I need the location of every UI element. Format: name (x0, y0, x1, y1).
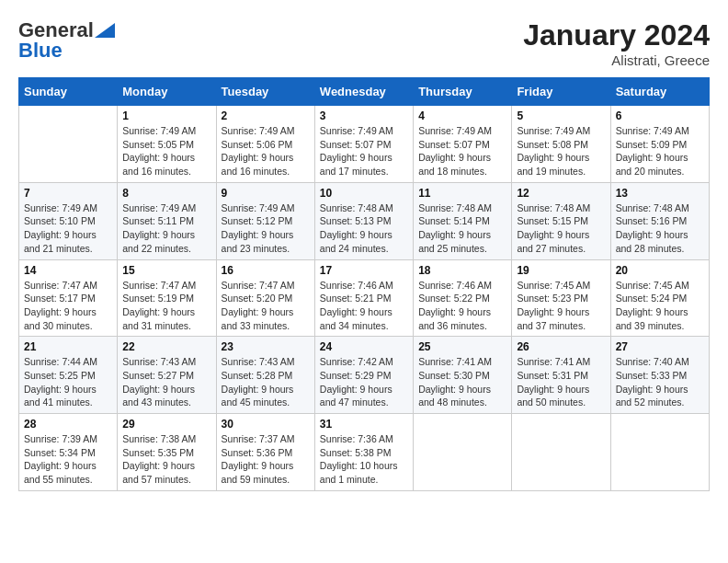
daylight-text: Daylight: 9 hours and 30 minutes. (24, 305, 112, 332)
page-header: General Blue January 2024 Alistrati, Gre… (18, 18, 710, 68)
daylight-text: Daylight: 9 hours and 24 minutes. (320, 228, 408, 255)
day-number: 30 (222, 418, 310, 431)
calendar-cell: 20Sunrise: 7:45 AMSunset: 5:24 PMDayligh… (610, 259, 709, 337)
day-info: Sunrise: 7:48 AMSunset: 5:14 PMDaylight:… (418, 201, 506, 256)
month-title: January 2024 (523, 18, 710, 52)
day-info: Sunrise: 7:42 AMSunset: 5:29 PMDaylight:… (320, 355, 408, 409)
daylight-text: Daylight: 9 hours and 48 minutes. (418, 383, 506, 409)
calendar-cell (414, 414, 512, 491)
daylight-text: Daylight: 9 hours and 21 minutes. (24, 228, 112, 255)
calendar-cell: 4Sunrise: 7:49 AMSunset: 5:07 PMDaylight… (414, 106, 512, 183)
sunset-text: Sunset: 5:25 PM (24, 369, 112, 383)
calendar-cell: 18Sunrise: 7:46 AMSunset: 5:22 PMDayligh… (414, 259, 512, 337)
day-info: Sunrise: 7:43 AMSunset: 5:27 PMDaylight:… (122, 355, 210, 409)
day-info: Sunrise: 7:47 AMSunset: 5:19 PMDaylight:… (122, 279, 210, 333)
day-info: Sunrise: 7:36 AMSunset: 5:38 PMDaylight:… (320, 432, 408, 487)
sunset-text: Sunset: 5:24 PM (616, 292, 704, 305)
day-number: 27 (616, 340, 704, 353)
sunset-text: Sunset: 5:10 PM (24, 214, 112, 228)
day-number: 21 (24, 340, 112, 353)
sunrise-text: Sunrise: 7:47 AM (222, 279, 310, 293)
day-number: 24 (320, 340, 408, 353)
daylight-text: Daylight: 9 hours and 47 minutes. (320, 383, 408, 409)
sunset-text: Sunset: 5:08 PM (517, 138, 605, 152)
daylight-text: Daylight: 9 hours and 37 minutes. (517, 305, 605, 332)
calendar-body: 1Sunrise: 7:49 AMSunset: 5:05 PMDaylight… (19, 106, 710, 491)
sunset-text: Sunset: 5:09 PM (616, 138, 704, 152)
calendar-cell: 14Sunrise: 7:47 AMSunset: 5:17 PMDayligh… (19, 259, 118, 337)
daylight-text: Daylight: 9 hours and 39 minutes. (616, 305, 704, 332)
sunset-text: Sunset: 5:22 PM (418, 292, 506, 305)
day-info: Sunrise: 7:46 AMSunset: 5:22 PMDaylight:… (418, 279, 506, 333)
day-number: 10 (320, 187, 408, 200)
sunset-text: Sunset: 5:36 PM (222, 446, 310, 460)
daylight-text: Daylight: 9 hours and 16 minutes. (122, 151, 210, 178)
day-info: Sunrise: 7:49 AMSunset: 5:10 PMDaylight:… (24, 201, 112, 256)
calendar-week-2: 7Sunrise: 7:49 AMSunset: 5:10 PMDaylight… (19, 182, 710, 259)
weekday-header-sunday: Sunday (19, 78, 118, 106)
sunrise-text: Sunrise: 7:45 AM (616, 279, 704, 293)
daylight-text: Daylight: 9 hours and 41 minutes. (24, 383, 112, 409)
day-number: 15 (122, 264, 210, 277)
sunset-text: Sunset: 5:05 PM (122, 138, 210, 152)
day-number: 26 (517, 340, 605, 353)
sunrise-text: Sunrise: 7:43 AM (122, 355, 210, 369)
calendar-cell: 23Sunrise: 7:43 AMSunset: 5:28 PMDayligh… (216, 337, 314, 414)
calendar-week-5: 28Sunrise: 7:39 AMSunset: 5:34 PMDayligh… (19, 414, 710, 491)
day-info: Sunrise: 7:41 AMSunset: 5:31 PMDaylight:… (517, 355, 605, 409)
day-info: Sunrise: 7:49 AMSunset: 5:07 PMDaylight:… (418, 124, 506, 178)
calendar-header-row: SundayMondayTuesdayWednesdayThursdayFrid… (19, 78, 710, 106)
sunset-text: Sunset: 5:30 PM (418, 369, 506, 383)
calendar-cell (19, 106, 118, 183)
daylight-text: Daylight: 9 hours and 18 minutes. (418, 151, 506, 178)
weekday-header-saturday: Saturday (610, 78, 709, 106)
day-info: Sunrise: 7:47 AMSunset: 5:17 PMDaylight:… (24, 279, 112, 333)
sunset-text: Sunset: 5:27 PM (122, 369, 210, 383)
day-info: Sunrise: 7:45 AMSunset: 5:24 PMDaylight:… (616, 279, 704, 333)
day-info: Sunrise: 7:41 AMSunset: 5:30 PMDaylight:… (418, 355, 506, 409)
day-number: 5 (517, 109, 605, 122)
day-number: 25 (418, 340, 506, 353)
logo-blue: Blue (18, 39, 63, 63)
calendar-cell: 25Sunrise: 7:41 AMSunset: 5:30 PMDayligh… (414, 337, 512, 414)
sunrise-text: Sunrise: 7:38 AM (122, 432, 210, 446)
daylight-text: Daylight: 9 hours and 45 minutes. (222, 383, 310, 409)
calendar-week-4: 21Sunrise: 7:44 AMSunset: 5:25 PMDayligh… (19, 337, 710, 414)
day-number: 31 (320, 418, 408, 431)
day-info: Sunrise: 7:49 AMSunset: 5:09 PMDaylight:… (616, 124, 704, 178)
calendar-cell: 26Sunrise: 7:41 AMSunset: 5:31 PMDayligh… (512, 337, 610, 414)
day-number: 22 (122, 340, 210, 353)
sunrise-text: Sunrise: 7:40 AM (616, 355, 704, 369)
day-number: 18 (418, 264, 506, 277)
calendar-cell: 8Sunrise: 7:49 AMSunset: 5:11 PMDaylight… (118, 182, 216, 259)
sunset-text: Sunset: 5:12 PM (222, 214, 310, 228)
calendar-cell: 2Sunrise: 7:49 AMSunset: 5:06 PMDaylight… (216, 106, 314, 183)
day-number: 14 (24, 264, 112, 277)
sunset-text: Sunset: 5:17 PM (24, 292, 112, 305)
title-block: January 2024 Alistrati, Greece (523, 18, 710, 68)
sunrise-text: Sunrise: 7:49 AM (616, 124, 704, 138)
daylight-text: Daylight: 9 hours and 33 minutes. (222, 305, 310, 332)
day-info: Sunrise: 7:49 AMSunset: 5:06 PMDaylight:… (222, 124, 310, 178)
sunset-text: Sunset: 5:11 PM (122, 214, 210, 228)
sunrise-text: Sunrise: 7:48 AM (320, 201, 408, 215)
daylight-text: Daylight: 9 hours and 17 minutes. (320, 151, 408, 178)
sunset-text: Sunset: 5:14 PM (418, 214, 506, 228)
daylight-text: Daylight: 9 hours and 36 minutes. (418, 305, 506, 332)
day-number: 12 (517, 187, 605, 200)
day-info: Sunrise: 7:43 AMSunset: 5:28 PMDaylight:… (222, 355, 310, 409)
weekday-header-wednesday: Wednesday (314, 78, 413, 106)
sunset-text: Sunset: 5:33 PM (616, 369, 704, 383)
calendar-cell: 1Sunrise: 7:49 AMSunset: 5:05 PMDaylight… (118, 106, 216, 183)
day-info: Sunrise: 7:46 AMSunset: 5:21 PMDaylight:… (320, 279, 408, 333)
day-number: 1 (122, 109, 210, 122)
sunset-text: Sunset: 5:38 PM (320, 446, 408, 460)
calendar-cell: 15Sunrise: 7:47 AMSunset: 5:19 PMDayligh… (118, 259, 216, 337)
daylight-text: Daylight: 9 hours and 31 minutes. (122, 305, 210, 332)
day-number: 20 (616, 264, 704, 277)
sunrise-text: Sunrise: 7:42 AM (320, 355, 408, 369)
sunset-text: Sunset: 5:07 PM (418, 138, 506, 152)
calendar-cell: 21Sunrise: 7:44 AMSunset: 5:25 PMDayligh… (19, 337, 118, 414)
sunset-text: Sunset: 5:31 PM (517, 369, 605, 383)
daylight-text: Daylight: 9 hours and 25 minutes. (418, 228, 506, 255)
